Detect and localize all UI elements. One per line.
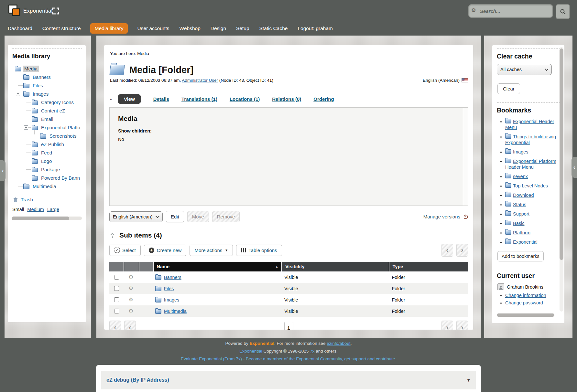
collapse-right-panel-tab[interactable] [572, 157, 577, 178]
tree-item-link[interactable]: Screenshots [48, 133, 78, 139]
row-name-link[interactable]: Files [164, 286, 174, 291]
folder-icon [155, 298, 161, 302]
viewbox-scrollbar-track[interactable] [463, 108, 468, 206]
cache-type-select[interactable]: All caches [497, 64, 552, 75]
debug-expand-icon[interactable] [466, 378, 471, 383]
tree-item-link[interactable]: Media [23, 66, 39, 72]
ez-debug-link[interactable]: eZ debug (By IP Address) [106, 377, 169, 383]
name-column-header[interactable]: Name [154, 262, 282, 271]
bookmark-link[interactable]: Exponential [513, 239, 538, 245]
user-link[interactable]: Change information [505, 293, 546, 298]
bookmark-link[interactable]: Images [513, 149, 528, 154]
sevenx-link[interactable]: 7x [310, 349, 314, 354]
tree-item-link[interactable]: Email [40, 116, 55, 122]
app-name: Exponential [23, 8, 53, 14]
tab[interactable]: View [118, 94, 141, 104]
scrollbar-thumb[interactable] [12, 217, 69, 220]
tree-item-link[interactable]: Logo [40, 158, 53, 164]
tab[interactable]: Locations (1) [230, 96, 260, 102]
scrollbar-thumb[interactable] [560, 48, 563, 260]
bookmark-link[interactable]: Download [513, 193, 534, 198]
row-gear-icon[interactable] [128, 308, 133, 314]
row-gear-icon[interactable] [128, 285, 133, 292]
bookmark-link[interactable]: Top Level Nodes [513, 183, 548, 188]
table-options-button[interactable]: Table options [236, 245, 282, 256]
row-name-link[interactable]: Banners [164, 275, 181, 280]
nav-item[interactable]: Media library [90, 23, 128, 34]
nav-item[interactable]: Logout: graham [297, 23, 333, 34]
nav-item[interactable]: Setup [235, 23, 250, 34]
bookmark-link[interactable]: Exponential Platform Header Menu [505, 159, 556, 170]
nav-item[interactable]: User accounts [136, 23, 170, 34]
tree-item-link[interactable]: Files [31, 82, 44, 89]
bookmark-link[interactable]: Exponential Header Menu [505, 119, 554, 130]
bookmark-link[interactable]: Things to build using Exponential [505, 134, 556, 145]
expand-left-panel-tab[interactable] [0, 160, 5, 181]
tree-item-link[interactable]: Powered By Bann [40, 175, 81, 181]
tree-item-link[interactable]: Exponential Platfo [40, 124, 82, 131]
bookmark-link[interactable]: Basic [513, 221, 524, 226]
trash-link[interactable]: Trash [21, 197, 33, 202]
collapse-section-icon[interactable] [110, 233, 115, 238]
modifier-user-link[interactable]: Administrator User [182, 78, 218, 83]
tab[interactable]: Details [153, 96, 169, 102]
powered-prefix: Powered by [225, 341, 250, 346]
tab[interactable]: Relations (0) [272, 96, 301, 102]
row-name-link[interactable]: Images [164, 297, 180, 302]
scrollbar-thumb[interactable] [497, 313, 554, 317]
more-actions-button[interactable]: More actions [190, 245, 233, 256]
row-visibility: Visible [281, 309, 388, 314]
tree-item-link[interactable]: Banners [31, 74, 52, 80]
tree-item-link[interactable]: eZ Publish [40, 141, 65, 147]
tree-item-link[interactable]: Feed [40, 150, 53, 156]
bookmark-item: Things to build using Exponential [505, 133, 560, 145]
row-gear-icon[interactable] [128, 274, 133, 281]
bookmark-link[interactable]: Support [513, 211, 529, 217]
select-button[interactable]: Select [109, 245, 141, 256]
add-to-bookmarks-button[interactable]: Add to bookmarks [497, 251, 544, 261]
user-link[interactable]: Change password [505, 300, 543, 305]
evaluate-link[interactable]: Evaluate Exponential (From 7x) [181, 356, 242, 361]
row-checkbox[interactable] [114, 275, 119, 280]
language-select[interactable]: English (American) [109, 211, 163, 222]
tree-item-link[interactable]: Content eZ [40, 108, 66, 114]
clear-cache-button[interactable]: Clear [497, 83, 520, 94]
collapse-tabs-icon[interactable] [109, 97, 113, 101]
community-link[interactable]: Become a member of the Exponential Commu… [246, 356, 395, 361]
nav-item[interactable]: Content structure [42, 23, 82, 34]
tree-item-link[interactable]: Multimedia [31, 183, 58, 189]
object-tabs: View Details Translations (1) Locations … [109, 94, 468, 104]
tab[interactable]: Ordering [313, 96, 334, 102]
size-medium-link[interactable]: Medium [27, 207, 44, 212]
tree-item-link[interactable]: Package [40, 166, 61, 173]
nav-item[interactable]: Webshop [179, 23, 201, 34]
row-name-link[interactable]: Multimedia [164, 309, 187, 314]
ezinfo-about-link[interactable]: ezinfo/about [327, 341, 351, 346]
tab[interactable]: Translations (1) [181, 96, 217, 102]
bookmark-item: Images [505, 148, 560, 155]
fullscreen-icon[interactable] [52, 7, 60, 15]
exponential-link[interactable]: Exponential [239, 349, 262, 354]
row-gear-icon[interactable] [128, 296, 133, 303]
row-checkbox[interactable] [114, 297, 119, 302]
tree-collapse-icon[interactable] [24, 125, 28, 130]
bookmark-link[interactable]: Platform [513, 230, 530, 235]
manage-versions-link[interactable]: Manage versions [423, 214, 460, 219]
folder-icon [23, 185, 29, 189]
bookmark-link[interactable]: Status [513, 202, 526, 207]
edit-button[interactable]: Edit [166, 211, 184, 222]
tree-collapse-icon[interactable] [16, 92, 20, 96]
nav-item[interactable]: Dashboard [7, 23, 33, 34]
search-input[interactable] [468, 4, 553, 18]
nav-item[interactable]: Design [210, 23, 227, 34]
row-checkbox[interactable] [114, 286, 119, 291]
search-button[interactable] [556, 4, 570, 19]
bookmark-link[interactable]: sevenx [513, 174, 528, 179]
size-large-link[interactable]: Large [47, 207, 59, 212]
create-new-button[interactable]: Create new [144, 245, 187, 256]
tree-item-link[interactable]: Category Icons [40, 99, 75, 105]
tree-item-link[interactable]: Images [31, 91, 50, 97]
nav-item[interactable]: Static Cache [259, 23, 288, 34]
row-checkbox[interactable] [114, 309, 119, 313]
exponential-logo-icon[interactable] [8, 5, 20, 16]
